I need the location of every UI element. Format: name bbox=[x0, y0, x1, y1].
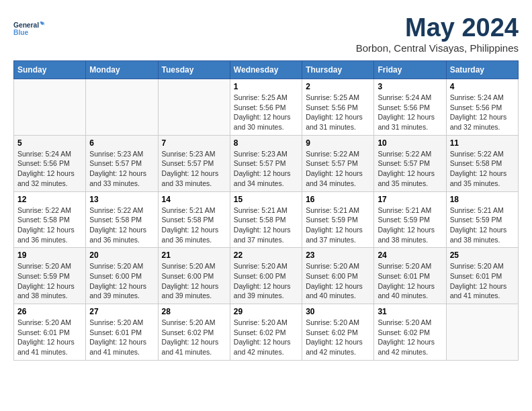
calendar-day-cell: 19 Sunrise: 5:20 AMSunset: 5:59 PMDaylig… bbox=[14, 248, 86, 304]
calendar-day-cell: 25 Sunrise: 5:20 AMSunset: 6:01 PMDaylig… bbox=[446, 248, 518, 304]
day-number: 1 bbox=[234, 82, 298, 91]
calendar-day-cell bbox=[158, 79, 230, 136]
calendar-day-cell: 22 Sunrise: 5:20 AMSunset: 6:00 PMDaylig… bbox=[230, 248, 302, 304]
calendar-day-cell: 10 Sunrise: 5:22 AMSunset: 5:57 PMDaylig… bbox=[374, 135, 446, 191]
day-info: Sunrise: 5:21 AMSunset: 5:58 PMDaylight:… bbox=[234, 205, 298, 245]
calendar-day-cell: 30 Sunrise: 5:20 AMSunset: 6:02 PMDaylig… bbox=[302, 304, 374, 361]
day-number: 31 bbox=[378, 307, 442, 316]
day-number: 10 bbox=[378, 138, 442, 148]
calendar-day-cell: 27 Sunrise: 5:20 AMSunset: 6:01 PMDaylig… bbox=[86, 304, 158, 361]
weekday-header-wednesday: Wednesday bbox=[230, 61, 302, 79]
day-info: Sunrise: 5:20 AMSunset: 6:00 PMDaylight:… bbox=[162, 261, 226, 301]
calendar-day-cell: 24 Sunrise: 5:20 AMSunset: 6:01 PMDaylig… bbox=[374, 248, 446, 304]
calendar-day-cell: 9 Sunrise: 5:22 AMSunset: 5:57 PMDayligh… bbox=[302, 135, 374, 191]
title-section: May 2024 Borbon, Central Visayas, Philip… bbox=[356, 13, 519, 54]
calendar-day-cell: 18 Sunrise: 5:21 AMSunset: 5:59 PMDaylig… bbox=[446, 191, 518, 248]
day-info: Sunrise: 5:21 AMSunset: 5:58 PMDaylight:… bbox=[162, 205, 226, 245]
day-info: Sunrise: 5:21 AMSunset: 5:59 PMDaylight:… bbox=[306, 205, 370, 245]
day-number: 2 bbox=[306, 82, 370, 91]
day-number: 17 bbox=[378, 195, 442, 204]
calendar-day-cell: 2 Sunrise: 5:25 AMSunset: 5:56 PMDayligh… bbox=[302, 79, 374, 136]
calendar-day-cell bbox=[14, 79, 86, 136]
day-info: Sunrise: 5:22 AMSunset: 5:58 PMDaylight:… bbox=[450, 149, 515, 189]
day-info: Sunrise: 5:20 AMSunset: 6:00 PMDaylight:… bbox=[234, 261, 298, 301]
calendar-day-cell: 20 Sunrise: 5:20 AMSunset: 6:00 PMDaylig… bbox=[86, 248, 158, 304]
logo-svg: General Blue bbox=[13, 13, 44, 44]
calendar-day-cell bbox=[86, 79, 158, 136]
day-number: 24 bbox=[378, 250, 442, 260]
calendar-week-row: 19 Sunrise: 5:20 AMSunset: 5:59 PMDaylig… bbox=[14, 248, 519, 304]
day-number: 4 bbox=[450, 82, 515, 91]
day-number: 18 bbox=[450, 195, 515, 204]
calendar-day-cell: 4 Sunrise: 5:24 AMSunset: 5:56 PMDayligh… bbox=[446, 79, 518, 136]
svg-text:Blue: Blue bbox=[13, 29, 28, 36]
day-number: 8 bbox=[234, 138, 298, 148]
calendar-week-row: 5 Sunrise: 5:24 AMSunset: 5:56 PMDayligh… bbox=[14, 135, 519, 191]
day-info: Sunrise: 5:24 AMSunset: 5:56 PMDaylight:… bbox=[17, 149, 82, 189]
day-info: Sunrise: 5:25 AMSunset: 5:56 PMDaylight:… bbox=[306, 93, 370, 132]
calendar-day-cell: 17 Sunrise: 5:21 AMSunset: 5:59 PMDaylig… bbox=[374, 191, 446, 248]
day-number: 7 bbox=[162, 138, 226, 148]
calendar-day-cell: 26 Sunrise: 5:20 AMSunset: 6:01 PMDaylig… bbox=[14, 304, 86, 361]
weekday-header-saturday: Saturday bbox=[446, 61, 518, 79]
day-info: Sunrise: 5:20 AMSunset: 6:02 PMDaylight:… bbox=[306, 318, 370, 357]
day-info: Sunrise: 5:20 AMSunset: 6:02 PMDaylight:… bbox=[234, 318, 298, 357]
day-number: 28 bbox=[162, 307, 226, 316]
day-number: 3 bbox=[378, 82, 442, 91]
calendar-day-cell: 6 Sunrise: 5:23 AMSunset: 5:57 PMDayligh… bbox=[86, 135, 158, 191]
day-number: 16 bbox=[306, 195, 370, 204]
day-info: Sunrise: 5:25 AMSunset: 5:56 PMDaylight:… bbox=[234, 93, 298, 132]
calendar-body: 1 Sunrise: 5:25 AMSunset: 5:56 PMDayligh… bbox=[14, 79, 519, 361]
day-number: 9 bbox=[306, 138, 370, 148]
day-number: 15 bbox=[234, 195, 298, 204]
calendar-day-cell: 23 Sunrise: 5:20 AMSunset: 6:00 PMDaylig… bbox=[302, 248, 374, 304]
day-number: 14 bbox=[162, 195, 226, 204]
calendar-day-cell: 11 Sunrise: 5:22 AMSunset: 5:58 PMDaylig… bbox=[446, 135, 518, 191]
day-info: Sunrise: 5:24 AMSunset: 5:56 PMDaylight:… bbox=[450, 93, 515, 132]
day-info: Sunrise: 5:23 AMSunset: 5:57 PMDaylight:… bbox=[89, 149, 154, 189]
calendar-day-cell: 13 Sunrise: 5:22 AMSunset: 5:58 PMDaylig… bbox=[86, 191, 158, 248]
day-number: 25 bbox=[450, 250, 515, 260]
day-info: Sunrise: 5:22 AMSunset: 5:57 PMDaylight:… bbox=[378, 149, 442, 189]
day-number: 12 bbox=[17, 195, 82, 204]
day-info: Sunrise: 5:20 AMSunset: 6:01 PMDaylight:… bbox=[17, 318, 82, 357]
calendar-day-cell bbox=[446, 304, 518, 361]
calendar-day-cell: 12 Sunrise: 5:22 AMSunset: 5:58 PMDaylig… bbox=[14, 191, 86, 248]
calendar-week-row: 12 Sunrise: 5:22 AMSunset: 5:58 PMDaylig… bbox=[14, 191, 519, 248]
calendar-day-cell: 7 Sunrise: 5:23 AMSunset: 5:57 PMDayligh… bbox=[158, 135, 230, 191]
day-info: Sunrise: 5:20 AMSunset: 6:00 PMDaylight:… bbox=[306, 261, 370, 301]
weekday-header-monday: Monday bbox=[86, 61, 158, 79]
calendar-day-cell: 1 Sunrise: 5:25 AMSunset: 5:56 PMDayligh… bbox=[230, 79, 302, 136]
day-info: Sunrise: 5:20 AMSunset: 6:01 PMDaylight:… bbox=[378, 261, 442, 301]
calendar-day-cell: 3 Sunrise: 5:24 AMSunset: 5:56 PMDayligh… bbox=[374, 79, 446, 136]
calendar-day-cell: 31 Sunrise: 5:20 AMSunset: 6:02 PMDaylig… bbox=[374, 304, 446, 361]
day-number: 11 bbox=[450, 138, 515, 148]
day-info: Sunrise: 5:20 AMSunset: 6:01 PMDaylight:… bbox=[450, 261, 515, 301]
day-info: Sunrise: 5:22 AMSunset: 5:58 PMDaylight:… bbox=[89, 205, 154, 245]
calendar-day-cell: 21 Sunrise: 5:20 AMSunset: 6:00 PMDaylig… bbox=[158, 248, 230, 304]
page-header: General Blue May 2024 Borbon, Central Vi… bbox=[13, 13, 519, 54]
day-number: 27 bbox=[89, 307, 154, 316]
day-info: Sunrise: 5:22 AMSunset: 5:57 PMDaylight:… bbox=[306, 149, 370, 189]
day-number: 6 bbox=[89, 138, 154, 148]
day-info: Sunrise: 5:21 AMSunset: 5:59 PMDaylight:… bbox=[378, 205, 442, 245]
day-info: Sunrise: 5:21 AMSunset: 5:59 PMDaylight:… bbox=[450, 205, 515, 245]
day-number: 30 bbox=[306, 307, 370, 316]
weekday-header-sunday: Sunday bbox=[14, 61, 86, 79]
calendar-day-cell: 5 Sunrise: 5:24 AMSunset: 5:56 PMDayligh… bbox=[14, 135, 86, 191]
day-number: 21 bbox=[162, 250, 226, 260]
day-number: 26 bbox=[17, 307, 82, 316]
location-subtitle: Borbon, Central Visayas, Philippines bbox=[356, 42, 519, 54]
day-info: Sunrise: 5:20 AMSunset: 6:01 PMDaylight:… bbox=[89, 318, 154, 357]
calendar-week-row: 1 Sunrise: 5:25 AMSunset: 5:56 PMDayligh… bbox=[14, 79, 519, 136]
month-year-title: May 2024 bbox=[356, 13, 519, 42]
day-number: 22 bbox=[234, 250, 298, 260]
weekday-header-friday: Friday bbox=[374, 61, 446, 79]
day-info: Sunrise: 5:20 AMSunset: 5:59 PMDaylight:… bbox=[17, 261, 82, 301]
svg-text:General: General bbox=[13, 21, 39, 29]
day-info: Sunrise: 5:20 AMSunset: 6:02 PMDaylight:… bbox=[162, 318, 226, 357]
logo: General Blue bbox=[13, 13, 44, 44]
calendar-day-cell: 29 Sunrise: 5:20 AMSunset: 6:02 PMDaylig… bbox=[230, 304, 302, 361]
day-number: 20 bbox=[89, 250, 154, 260]
weekday-header-tuesday: Tuesday bbox=[158, 61, 230, 79]
